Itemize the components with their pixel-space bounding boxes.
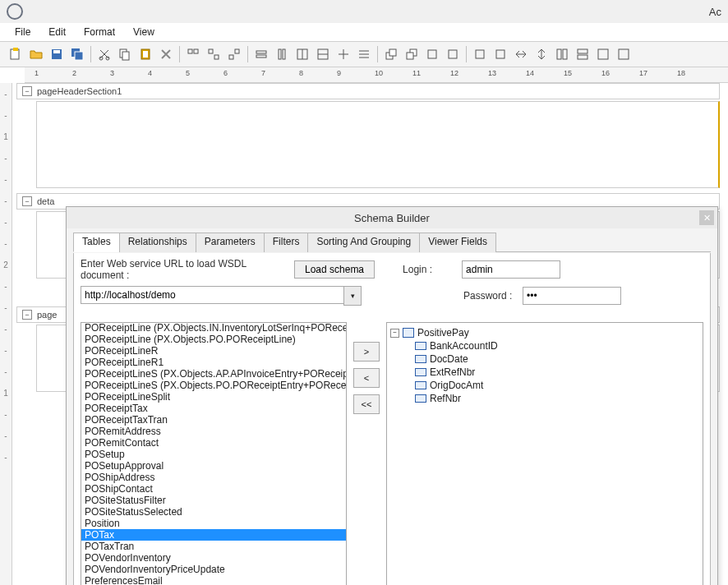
paste-icon[interactable] bbox=[136, 45, 154, 63]
list-item[interactable]: Position bbox=[81, 518, 346, 529]
list-item[interactable]: POReceiptTaxTran bbox=[81, 414, 346, 426]
misc-icon[interactable] bbox=[574, 45, 592, 63]
menu-file[interactable]: File bbox=[8, 25, 37, 39]
order-icon[interactable] bbox=[423, 45, 441, 63]
svg-rect-37 bbox=[578, 55, 587, 59]
ruler-tick: 5 bbox=[186, 69, 190, 77]
collapse-icon[interactable]: − bbox=[22, 310, 32, 320]
align-icon[interactable] bbox=[205, 45, 223, 63]
section-label: pageHeaderSection1 bbox=[37, 86, 122, 96]
layout-icon[interactable] bbox=[334, 45, 352, 63]
layout-icon[interactable] bbox=[293, 45, 311, 63]
order-icon[interactable] bbox=[403, 45, 421, 63]
list-item[interactable]: POReceiptLineR bbox=[81, 345, 346, 357]
ruler-tick: 14 bbox=[526, 69, 534, 77]
list-item[interactable]: POSiteStatusSelected bbox=[81, 506, 346, 518]
dialog-title: Schema Builder bbox=[354, 212, 430, 224]
tab-tables[interactable]: Tables bbox=[73, 233, 120, 252]
list-item[interactable]: POSetupApproval bbox=[81, 460, 346, 472]
order-icon[interactable] bbox=[444, 45, 462, 63]
collapse-icon[interactable]: − bbox=[22, 196, 32, 206]
tree-field-label: OrigDocAmt bbox=[430, 380, 483, 391]
list-item[interactable]: POTaxTran bbox=[81, 541, 346, 552]
open-icon[interactable] bbox=[27, 45, 45, 63]
remove-button[interactable]: < bbox=[353, 368, 380, 388]
misc-icon[interactable] bbox=[615, 45, 633, 63]
list-item[interactable]: POVendorInventory bbox=[81, 552, 346, 564]
menu-view[interactable]: View bbox=[127, 25, 161, 39]
ruler-tick: 2 bbox=[72, 69, 76, 77]
menu-edit[interactable]: Edit bbox=[42, 25, 72, 39]
tab-filters[interactable]: Filters bbox=[264, 233, 309, 252]
layout-icon[interactable] bbox=[355, 45, 373, 63]
collapse-icon[interactable]: − bbox=[22, 86, 32, 96]
new-icon[interactable] bbox=[7, 45, 25, 63]
dropdown-icon[interactable]: ▾ bbox=[343, 286, 362, 306]
window-title: Ac bbox=[709, 6, 721, 18]
save-icon[interactable] bbox=[48, 45, 66, 63]
close-icon[interactable]: ✕ bbox=[699, 210, 714, 225]
schema-tree[interactable]: − PositivePay BankAccountIDDocDateExtRef… bbox=[386, 322, 703, 585]
tree-collapse-icon[interactable]: − bbox=[390, 329, 399, 338]
menu-format[interactable]: Format bbox=[77, 25, 122, 39]
misc-icon[interactable] bbox=[512, 45, 530, 63]
layout-icon[interactable] bbox=[252, 45, 270, 63]
layout-icon[interactable] bbox=[273, 45, 291, 63]
remove-all-button[interactable]: << bbox=[353, 394, 380, 414]
list-item[interactable]: POReceiptLineSplit bbox=[81, 391, 346, 403]
password-input[interactable] bbox=[523, 287, 621, 305]
list-item[interactable]: POReceiptLineS (PX.Objects.PO.POReceiptE… bbox=[81, 380, 346, 391]
layout-icon[interactable] bbox=[314, 45, 332, 63]
tables-list[interactable]: POReceiptPOReceiptDiscountDetailPOReceip… bbox=[81, 322, 347, 585]
misc-icon[interactable] bbox=[594, 45, 612, 63]
align-icon[interactable] bbox=[225, 45, 243, 63]
list-item[interactable]: PreferencesEmail bbox=[81, 575, 346, 585]
list-item[interactable]: POReceiptLineR1 bbox=[81, 357, 346, 368]
svg-rect-12 bbox=[188, 49, 192, 53]
svg-rect-34 bbox=[557, 49, 561, 59]
tab-viewer-fields[interactable]: Viewer Fields bbox=[419, 233, 496, 252]
list-item[interactable]: POShipAddress bbox=[81, 472, 346, 483]
list-item[interactable]: POShipContact bbox=[81, 483, 346, 495]
url-input[interactable] bbox=[81, 286, 343, 304]
tree-node[interactable]: OrigDocAmt bbox=[415, 379, 699, 392]
list-item[interactable]: POSiteStatusFilter bbox=[81, 495, 346, 506]
misc-icon[interactable] bbox=[471, 45, 489, 63]
tab-sorting-and-grouping[interactable]: Sorting And Grouping bbox=[307, 233, 420, 252]
list-item[interactable]: POReceiptLine (PX.Objects.IN.InventoryLo… bbox=[81, 322, 346, 334]
list-item[interactable]: POSetup bbox=[81, 449, 346, 460]
misc-icon[interactable] bbox=[553, 45, 571, 63]
list-item[interactable]: POTax bbox=[81, 529, 346, 541]
svg-rect-30 bbox=[428, 50, 436, 58]
save-all-icon[interactable] bbox=[68, 45, 86, 63]
order-icon[interactable] bbox=[382, 45, 400, 63]
tree-node[interactable]: BankAccountID bbox=[415, 339, 699, 352]
delete-icon[interactable] bbox=[157, 45, 175, 63]
list-item[interactable]: PORemitContact bbox=[81, 437, 346, 449]
list-item[interactable]: POReceiptTax bbox=[81, 403, 346, 414]
login-input[interactable] bbox=[462, 260, 560, 279]
ruler-tick: 18 bbox=[677, 69, 685, 77]
section-header[interactable]: − pageHeaderSection1 bbox=[16, 83, 720, 99]
tree-node[interactable]: DocDate bbox=[415, 352, 699, 366]
tab-relationships[interactable]: Relationships bbox=[119, 233, 196, 252]
tree-node[interactable]: ExtRefNbr bbox=[415, 366, 699, 379]
schema-builder-dialog: Schema Builder ✕ TablesRelationshipsPara… bbox=[66, 206, 718, 585]
cut-icon[interactable] bbox=[95, 45, 113, 63]
align-icon[interactable] bbox=[184, 45, 202, 63]
add-button[interactable]: > bbox=[353, 342, 380, 362]
tree-node[interactable]: RefNbr bbox=[415, 392, 699, 405]
list-item[interactable]: POReceiptLineS (PX.Objects.AP.APInvoiceE… bbox=[81, 368, 346, 380]
svg-rect-27 bbox=[389, 49, 396, 56]
misc-icon[interactable] bbox=[532, 45, 551, 63]
list-item[interactable]: POVendorInventoryPriceUpdate bbox=[81, 564, 346, 575]
field-icon bbox=[415, 394, 426, 403]
load-schema-button[interactable]: Load schema bbox=[294, 260, 375, 279]
tab-parameters[interactable]: Parameters bbox=[196, 233, 265, 252]
list-item[interactable]: POReceiptLine (PX.Objects.PO.POReceiptLi… bbox=[81, 334, 346, 345]
list-item[interactable]: PORemitAddress bbox=[81, 426, 346, 437]
ruler-tick: 9 bbox=[337, 69, 341, 77]
section-canvas[interactable] bbox=[36, 101, 720, 188]
copy-icon[interactable] bbox=[116, 45, 134, 63]
misc-icon[interactable] bbox=[491, 45, 509, 63]
